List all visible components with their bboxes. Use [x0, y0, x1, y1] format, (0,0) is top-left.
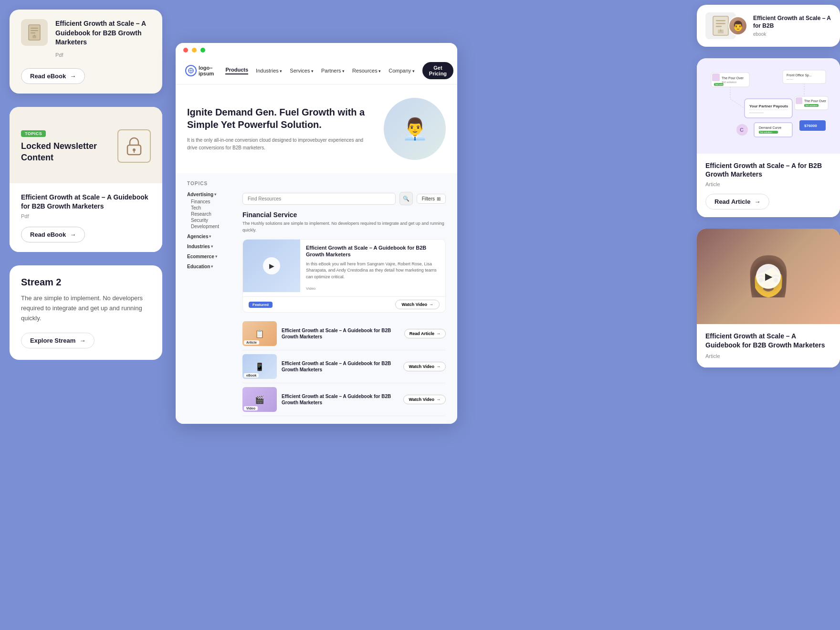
featured-description: In this eBook you will here from Sangram… [306, 261, 440, 281]
svg-text:3rd solution: 3rd solution [805, 104, 818, 107]
hero-avatar: 👨‍💼 [384, 98, 446, 160]
hero-person-icon: 👨‍💼 [402, 116, 428, 141]
svg-rect-3 [31, 32, 35, 33]
section-description: The Hushly solutions are simple to imple… [242, 220, 446, 233]
right-sm-tag: ebook [753, 32, 831, 37]
topic-education[interactable]: Education [187, 264, 235, 269]
watch-video-button-2[interactable]: Watch Video → [403, 362, 446, 371]
article-card-title: Efficient Growth at Scale – A for B2B Gr… [705, 161, 831, 178]
left-column: Efficient Growth at Scale – A Guidebook … [10, 10, 162, 360]
svg-text:The Pour Over: The Pour Over [722, 76, 744, 80]
locked-newsletter-card: TOPICS Locked Newsletter Content Efficie… [10, 107, 162, 252]
topic-ecommerce[interactable]: Ecommerce [187, 254, 235, 259]
locked-card-subtitle: Efficient Growth at Scale – A Guidebook … [21, 193, 151, 211]
video-play-button[interactable]: ▶ [756, 264, 781, 289]
ebook-card-title: Efficient Growth at Scale – A Guidebook … [55, 19, 151, 47]
svg-text:Demand Curve: Demand Curve [759, 126, 781, 129]
list-thumb-1: 📋 Article [242, 321, 277, 346]
svg-text:The Pour Over: The Pour Over [804, 99, 827, 103]
watch-video-button-3[interactable]: Watch Video → [403, 395, 446, 404]
nav-resources[interactable]: Resources [352, 68, 381, 74]
topic-security[interactable]: Security [187, 218, 235, 223]
svg-rect-30 [796, 97, 802, 104]
svg-rect-22 [783, 70, 826, 84]
list-item: 🎬 Video Efficient Growth at Scale – A Gu… [242, 383, 446, 416]
nav-cta-button[interactable]: Get Pricing [422, 62, 453, 79]
svg-rect-12 [716, 20, 725, 21]
video-thumbnail: 👩 ▶ [697, 229, 840, 324]
locked-title: Locked Newsletter Content [21, 141, 112, 163]
list-thumb-3: 🎬 Video [242, 387, 277, 412]
svg-text:3rd solution: 3rd solution [760, 131, 772, 134]
search-input[interactable] [242, 193, 396, 205]
nav-company[interactable]: Company [388, 68, 415, 74]
logo-icon [185, 65, 197, 76]
section-title: Financial Service [242, 211, 446, 219]
hero-title: Ignite Demand Gen. Fuel Growth with a Si… [187, 106, 374, 131]
svg-text:Front Office Sp...: Front Office Sp... [787, 74, 812, 77]
right-ebook-card: 👨 Efficient Growth at Scale – A for B2B … [697, 5, 840, 47]
featured-video-tag: Video [306, 286, 315, 291]
read-article-button-right[interactable]: Read Article → [705, 194, 769, 210]
site-navbar: logo–ipsum Products Industries Services … [176, 57, 457, 84]
play-icon[interactable]: ▶ [263, 257, 280, 274]
topic-research[interactable]: Research [187, 211, 235, 217]
read-ebook-button-2[interactable]: Read eBook → [21, 227, 85, 242]
svg-rect-2 [31, 30, 38, 31]
locked-badge: TOPICS [21, 130, 46, 137]
locked-card-tag: Pdf [21, 213, 151, 219]
featured-title: Efficient Growth at Scale – A Guidebook … [306, 244, 440, 258]
read-article-button-1[interactable]: Read Article → [404, 329, 446, 338]
topic-finances[interactable]: Finances [187, 199, 235, 204]
svg-text:C: C [740, 127, 744, 133]
browser-close-dot [183, 48, 188, 52]
nav-industries[interactable]: Industries [256, 68, 282, 74]
topic-tech[interactable]: Tech [187, 205, 235, 210]
featured-card: ▶ Efficient Growth at Scale – A Guideboo… [242, 239, 446, 313]
topic-advertising[interactable]: Advertising [187, 192, 235, 197]
svg-text:—————: ————— [749, 111, 764, 114]
right-sm-title: Efficient Growth at Scale – A for B2B [753, 15, 831, 30]
site-hero: Ignite Demand Gen. Fuel Growth with a Si… [176, 84, 457, 173]
svg-point-6 [133, 148, 136, 151]
svg-text:Your Partner Payouts: Your Partner Payouts [749, 104, 788, 108]
ebook-icon [21, 19, 48, 46]
nav-products[interactable]: Products [225, 67, 248, 74]
svg-rect-1 [31, 28, 38, 29]
video-card-tag: Article [705, 353, 720, 359]
stream-title: Stream 2 [21, 277, 151, 288]
article-card-tag: Article [705, 181, 831, 187]
search-button[interactable]: 🔍 [399, 192, 413, 205]
logo-text: logo–ipsum [199, 65, 214, 76]
nav-partners[interactable]: Partners [321, 68, 345, 74]
right-article-card: The Pour Over 3rd solution 3rd solution … [697, 58, 840, 217]
sidebar-topics: Advertising Finances Tech Research Secur… [187, 192, 235, 416]
filter-button[interactable]: Filters ⊞ [417, 194, 446, 204]
svg-rect-34 [754, 123, 792, 137]
ebook-card: Efficient Growth at Scale – A Guidebook … [10, 10, 162, 94]
svg-text:3rd solution: 3rd solution [715, 83, 727, 86]
topic-agencies[interactable]: Agencies [187, 234, 235, 239]
svg-rect-14 [716, 26, 722, 27]
watch-video-button-featured[interactable]: Watch Video → [395, 300, 440, 309]
right-column: 👨 Efficient Growth at Scale – A for B2B … [697, 5, 840, 368]
read-ebook-button-1[interactable]: Read eBook → [21, 68, 85, 84]
featured-badge: Featured [249, 302, 273, 308]
explore-stream-button[interactable]: Explore Stream → [21, 333, 94, 348]
right-video-card: 👩 ▶ Efficient Growth at Scale – A Guideb… [697, 229, 840, 367]
site-logo: logo–ipsum [185, 65, 214, 76]
lock-icon [117, 129, 151, 163]
topic-industries[interactable]: Industries [187, 244, 235, 249]
list-item-title-1: Efficient Growth at Scale – A Guidebook … [282, 327, 399, 340]
browser-minimize-dot [192, 48, 197, 52]
stream-description: The are simple to implement. No develope… [21, 294, 151, 323]
stream-card: Stream 2 The are simple to implement. No… [10, 265, 162, 360]
nav-services[interactable]: Services [290, 68, 314, 74]
list-item: 📋 Article Efficient Growth at Scale – A … [242, 317, 446, 350]
browser-maximize-dot [200, 48, 205, 52]
svg-text:— —: — — [787, 78, 793, 81]
topic-development[interactable]: Development [187, 224, 235, 229]
video-card-title: Efficient Growth at Scale – A Guidebook … [705, 332, 831, 349]
browser-bar [176, 43, 457, 57]
article-card-diagram-area: The Pour Over 3rd solution 3rd solution … [697, 58, 840, 154]
